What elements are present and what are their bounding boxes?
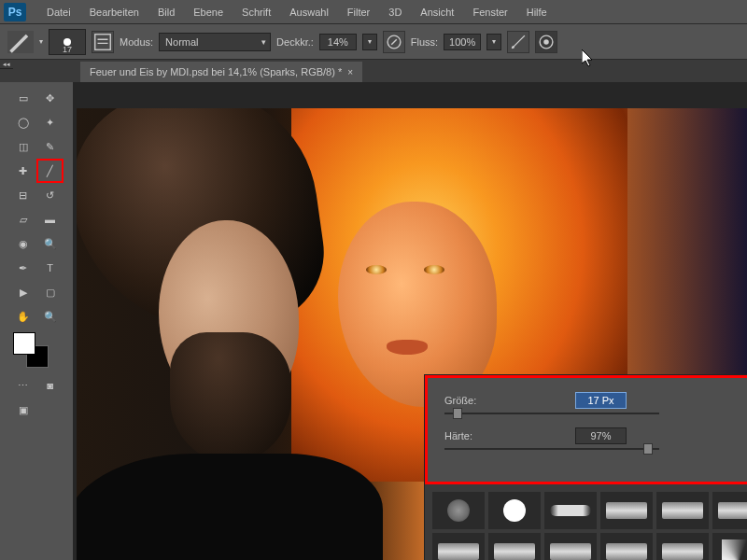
- tool-eyedropper[interactable]: ✎: [36, 134, 63, 159]
- tool-edit-toolbar[interactable]: ⋯: [9, 373, 36, 398]
- menu-window[interactable]: Fenster: [463, 0, 516, 24]
- brush-preset-thumb[interactable]: [712, 533, 747, 560]
- tool-stamp[interactable]: ⊟: [9, 183, 36, 207]
- menu-filter[interactable]: Filter: [338, 0, 379, 24]
- canvas-area: Größe: Härte:: [73, 82, 747, 560]
- brush-shape-icon: [550, 505, 591, 516]
- slider-thumb[interactable]: [453, 408, 462, 419]
- brush-shape-icon: [662, 502, 703, 519]
- tool-zoom[interactable]: 🔍: [36, 304, 63, 329]
- brush-shape-icon: [550, 543, 591, 560]
- menu-file[interactable]: Datei: [37, 0, 80, 24]
- brush-shape-icon: [438, 543, 479, 560]
- svg-rect-0: [95, 34, 111, 49]
- tool-eraser[interactable]: ▱: [9, 207, 36, 231]
- brush-shape-icon: [606, 543, 647, 560]
- options-bar: ▾ 17 Modus: Normal Deckkr.: ▾ Fluss: ▾: [0, 24, 747, 60]
- menu-type[interactable]: Schrift: [233, 0, 280, 24]
- tool-type[interactable]: T: [36, 256, 63, 280]
- brush-shape-icon: [606, 502, 647, 519]
- brush-preset-thumb[interactable]: [656, 492, 709, 529]
- tool-pen[interactable]: ✒: [9, 256, 36, 280]
- pressure-size-icon[interactable]: [535, 31, 557, 53]
- tool-move[interactable]: ✥: [36, 86, 63, 110]
- brush-size-label: Größe:: [444, 395, 575, 406]
- brush-hardness-slider[interactable]: [444, 448, 659, 450]
- slider-thumb[interactable]: [643, 443, 653, 455]
- menu-select[interactable]: Auswahl: [280, 0, 338, 24]
- artwork-eye: [424, 265, 444, 274]
- brush-preset-thumb[interactable]: [544, 492, 597, 529]
- menu-layer[interactable]: Ebene: [184, 0, 233, 24]
- brush-shape-icon: [718, 502, 747, 519]
- artwork-male: [93, 118, 327, 547]
- menu-edit[interactable]: Bearbeiten: [80, 0, 148, 24]
- menu-image[interactable]: Bild: [148, 0, 184, 24]
- opacity-input[interactable]: [319, 34, 357, 50]
- close-icon[interactable]: ×: [347, 67, 353, 77]
- color-swatches[interactable]: [9, 329, 63, 373]
- tool-history-brush[interactable]: ↺: [36, 183, 63, 207]
- document-tab[interactable]: Feuer und Eis by MDI.psd bei 14,1% (Spar…: [80, 62, 362, 82]
- brush-size-number: 17: [63, 45, 72, 54]
- brush-size-input[interactable]: [575, 392, 627, 409]
- brush-preset-thumb[interactable]: [432, 492, 485, 529]
- brush-shape-icon: [662, 543, 703, 560]
- tool-magic-wand[interactable]: ✦: [36, 110, 63, 134]
- foreground-color-swatch[interactable]: [13, 332, 35, 355]
- brush-shape-icon: [494, 543, 535, 560]
- brush-preset-thumb[interactable]: [656, 533, 709, 560]
- tool-quick-mask[interactable]: ◙: [36, 373, 63, 398]
- artwork-eye: [366, 265, 387, 274]
- tool-dodge[interactable]: 🔍: [36, 231, 63, 256]
- tool-gradient[interactable]: ▬: [36, 207, 63, 231]
- brush-preset-grid: [425, 484, 747, 560]
- menu-bar: Ps Datei Bearbeiten Bild Ebene Schrift A…: [0, 0, 747, 24]
- tool-lasso[interactable]: ◯: [9, 110, 36, 134]
- flow-dropdown[interactable]: ▾: [486, 34, 501, 50]
- brush-preset-thumb[interactable]: [488, 533, 541, 560]
- document-tab-bar: Feuer und Eis by MDI.psd bei 14,1% (Spar…: [0, 60, 747, 82]
- artwork-lips: [387, 340, 428, 355]
- menu-3d[interactable]: 3D: [379, 0, 411, 24]
- brush-shape-icon: [722, 539, 747, 560]
- opacity-dropdown[interactable]: ▾: [362, 34, 377, 50]
- flow-input[interactable]: [444, 34, 481, 50]
- airbrush-icon[interactable]: [507, 31, 529, 53]
- brush-preset-thumb[interactable]: [600, 492, 653, 529]
- flow-label: Fluss:: [411, 36, 438, 48]
- tool-crop[interactable]: ◫: [9, 134, 36, 159]
- tool-screen-mode[interactable]: ▣: [9, 398, 36, 422]
- blend-mode-select[interactable]: Normal: [159, 33, 271, 51]
- tool-brush[interactable]: ╱: [36, 159, 63, 183]
- brush-preset-thumb[interactable]: [544, 533, 597, 560]
- tool-path-select[interactable]: ▶: [9, 280, 36, 304]
- menu-help[interactable]: Hilfe: [517, 0, 557, 24]
- svg-point-2: [512, 46, 514, 49]
- opacity-label: Deckkr.:: [276, 36, 314, 48]
- collapsed-panel-strip[interactable]: ◂◂: [0, 60, 13, 69]
- tool-hand[interactable]: ✋: [9, 304, 36, 329]
- brush-controls-highlight: Größe: Härte:: [425, 375, 747, 484]
- mode-label: Modus:: [120, 36, 153, 48]
- brush-size-slider[interactable]: [444, 413, 659, 414]
- brush-preset-panel: Größe: Härte:: [424, 374, 747, 560]
- document-tab-title: Feuer und Eis by MDI.psd bei 14,1% (Spar…: [90, 66, 342, 77]
- app-logo: Ps: [4, 3, 26, 21]
- brush-preset-thumb[interactable]: [432, 533, 485, 560]
- brush-preset-thumb[interactable]: [600, 533, 653, 560]
- brush-panel-toggle-icon[interactable]: [92, 31, 114, 53]
- tool-indicator-brush: [7, 31, 34, 53]
- tool-marquee[interactable]: ▭: [9, 86, 36, 110]
- brush-preset-thumb[interactable]: [488, 492, 541, 529]
- brush-hardness-input[interactable]: [575, 427, 627, 444]
- svg-point-4: [543, 39, 549, 45]
- tool-blur[interactable]: ◉: [9, 231, 36, 256]
- dropdown-icon[interactable]: ▾: [39, 37, 43, 46]
- pressure-opacity-icon[interactable]: [383, 31, 405, 53]
- tool-shape[interactable]: ▢: [36, 280, 63, 304]
- brush-preset-thumb[interactable]: [712, 492, 747, 529]
- tool-healing[interactable]: ✚: [9, 159, 36, 183]
- menu-view[interactable]: Ansicht: [411, 0, 463, 24]
- brush-preset-picker[interactable]: 17: [49, 29, 86, 55]
